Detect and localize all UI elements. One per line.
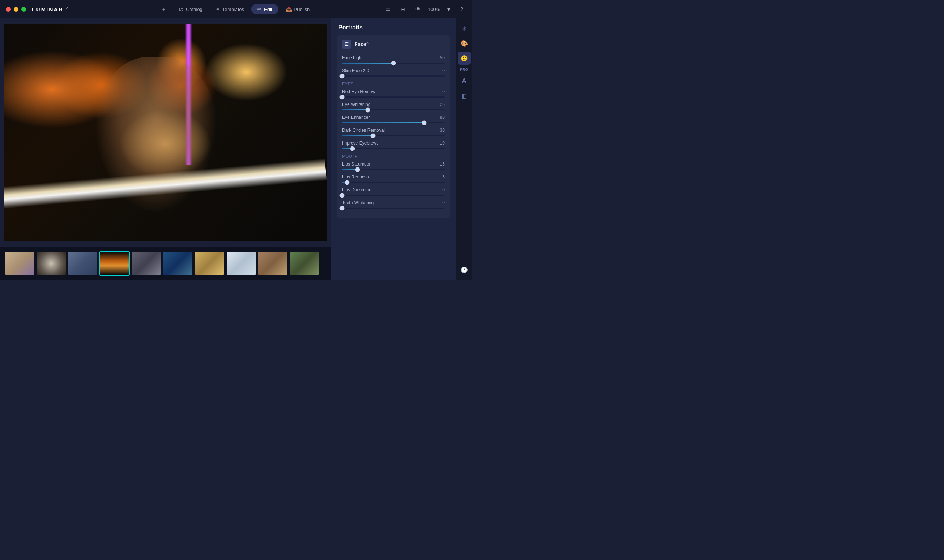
edit-label: Edit <box>264 7 272 12</box>
app-logo: LUMINAR AI <box>32 6 71 12</box>
lips-redness-label: Lips Redness <box>342 174 369 180</box>
dark-circles-label: Dark Circles Removal <box>342 128 385 133</box>
thumbnail-4-image <box>100 252 129 275</box>
thumbnail-6-image <box>164 252 192 275</box>
thumbnail-9-image <box>258 252 287 275</box>
face-ai-header[interactable]: 🖼 FaceAI <box>337 35 450 53</box>
slim-face-value: 0 <box>436 68 445 73</box>
adjustments-button[interactable]: ☀ <box>458 22 471 35</box>
lips-redness-value: 5 <box>436 174 445 180</box>
slim-face-track[interactable] <box>342 75 445 77</box>
eye-enhancer-track[interactable] <box>342 122 445 123</box>
lips-darkening-thumb[interactable] <box>340 193 345 198</box>
eye-enhancer-value: 80 <box>436 115 445 120</box>
thumbnail-1[interactable] <box>5 251 35 275</box>
view-preview-button[interactable]: 👁 <box>412 5 423 14</box>
thumbnail-7[interactable] <box>194 251 225 275</box>
lips-saturation-thumb[interactable] <box>355 167 360 172</box>
lips-saturation-value: 15 <box>436 162 445 167</box>
view-split-button[interactable]: ⊟ <box>398 5 408 14</box>
face-light-fill <box>342 63 393 64</box>
templates-label: Templates <box>222 7 244 12</box>
improve-eyebrows-thumb[interactable] <box>350 146 355 151</box>
face-light-value: 50 <box>436 55 445 60</box>
nav-templates[interactable]: ✦ Templates <box>210 4 250 14</box>
history-button[interactable]: 🕐 <box>458 263 471 276</box>
fullscreen-button[interactable] <box>22 7 26 12</box>
titlebar-right: ▭ ⊟ 👁 100% ▾ ? <box>383 5 466 14</box>
thumbnail-8[interactable] <box>226 251 256 275</box>
chevron-down-icon: ▾ <box>447 6 450 12</box>
panel-scroll[interactable]: 🖼 FaceAI Face Light 50 <box>331 35 456 280</box>
catalog-label: Catalog <box>186 7 202 12</box>
thumbnail-2[interactable] <box>36 251 66 275</box>
teeth-whitening-thumb[interactable] <box>340 206 345 211</box>
help-button[interactable]: ? <box>457 5 466 14</box>
lips-saturation-label: Lips Saturation <box>342 162 372 167</box>
red-eye-thumb[interactable] <box>340 95 345 99</box>
face-ai-body: Face Light 50 Slim Face 2.0 0 <box>337 53 450 218</box>
face-overlay <box>94 57 217 213</box>
thumbnail-4[interactable] <box>99 251 130 275</box>
thumbnail-9[interactable] <box>258 251 288 275</box>
text-button[interactable]: A <box>458 74 471 88</box>
minimize-button[interactable] <box>14 7 19 12</box>
face-light-track[interactable] <box>342 63 445 64</box>
view-single-icon: ▭ <box>386 6 390 12</box>
teeth-whitening-track[interactable] <box>342 208 445 209</box>
portrait-button[interactable]: 🙂 <box>458 52 471 65</box>
history-icon: 🕐 <box>461 266 468 273</box>
face-ai-title: FaceAI <box>355 41 369 47</box>
thumbnail-2-image <box>37 252 66 275</box>
lips-redness-thumb[interactable] <box>345 180 349 185</box>
close-button[interactable] <box>6 7 11 12</box>
thumbnail-10[interactable] <box>289 251 319 275</box>
thumbnail-5[interactable] <box>131 251 161 275</box>
face-ai-section: 🖼 FaceAI Face Light 50 <box>337 35 450 218</box>
nav-publish[interactable]: 📤 Publish <box>280 4 316 14</box>
dark-circles-value: 30 <box>436 128 445 133</box>
color-button[interactable]: 🎨 <box>458 37 471 50</box>
lips-saturation-track[interactable] <box>342 169 445 170</box>
face-light-thumb[interactable] <box>391 61 396 66</box>
lips-darkening-track[interactable] <box>342 195 445 196</box>
layers-button[interactable]: ◧ <box>458 89 471 102</box>
lips-redness-track[interactable] <box>342 182 445 183</box>
view-single-button[interactable]: ▭ <box>383 5 393 14</box>
text-icon: A <box>462 77 466 85</box>
main-layout: Portraits 🖼 FaceAI Face Light 50 <box>0 18 472 280</box>
zoom-level: 100% <box>428 7 440 12</box>
nav-add[interactable]: + <box>156 4 171 14</box>
improve-eyebrows-label: Improve Eyebrows <box>342 140 378 146</box>
dark-circles-track[interactable] <box>342 135 445 136</box>
thumbnail-3[interactable] <box>68 251 98 275</box>
zoom-dropdown-button[interactable]: ▾ <box>444 5 453 14</box>
thumbnail-6[interactable] <box>163 251 193 275</box>
help-icon: ? <box>460 6 463 12</box>
slim-face-row: Slim Face 2.0 0 <box>342 68 445 77</box>
slim-face-thumb[interactable] <box>340 74 345 78</box>
right-panel: Portraits 🖼 FaceAI Face Light 50 <box>331 18 456 280</box>
eye-enhancer-label: Eye Enhancer <box>342 115 370 120</box>
teeth-whitening-value: 0 <box>436 200 445 205</box>
thumbnail-3-image <box>68 252 97 275</box>
eye-whitening-thumb[interactable] <box>365 108 370 112</box>
photo-container[interactable] <box>0 18 331 247</box>
dark-circles-thumb[interactable] <box>370 133 375 138</box>
eye-whitening-track[interactable] <box>342 109 445 111</box>
lips-saturation-row: Lips Saturation 15 <box>342 162 445 170</box>
eye-enhancer-thumb[interactable] <box>422 120 427 125</box>
nav-edit[interactable]: ✏ Edit <box>251 4 278 14</box>
thumbnail-5-image <box>132 252 160 275</box>
nav-catalog[interactable]: 🗂 Catalog <box>173 4 208 14</box>
lips-darkening-value: 0 <box>436 187 445 192</box>
dark-circles-fill <box>342 135 373 136</box>
eye-enhancer-row: Eye Enhancer 80 <box>342 115 445 123</box>
right-sidebar: ☀ 🎨 🙂 PRO A ◧ 🕐 <box>456 18 472 280</box>
templates-icon: ✦ <box>216 6 220 12</box>
red-eye-track[interactable] <box>342 96 445 97</box>
eyes-subsection-label: Eyes <box>342 82 445 86</box>
teeth-whitening-label: Teeth Whitening <box>342 200 374 205</box>
improve-eyebrows-track[interactable] <box>342 148 445 149</box>
eye-whitening-row: Eye Whitening 25 <box>342 102 445 111</box>
